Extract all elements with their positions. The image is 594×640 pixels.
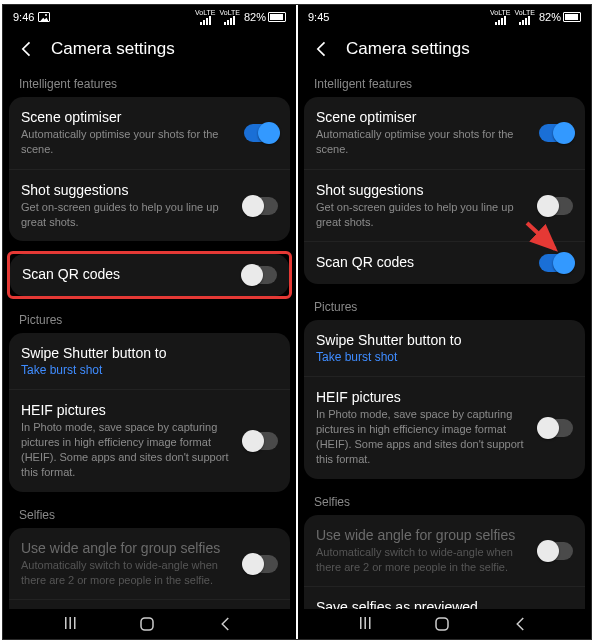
- signal-1: VoLTE: [195, 9, 216, 25]
- screen-left: 9:46 VoLTE VoLTE 82% Camera settings Int…: [3, 5, 296, 639]
- qr-title: Scan QR codes: [22, 266, 233, 282]
- page-header: Camera settings: [3, 29, 296, 71]
- scene-title: Scene optimiser: [21, 109, 234, 125]
- nav-home-icon[interactable]: [138, 615, 156, 633]
- battery: 82%: [244, 11, 286, 23]
- section-intelligent: Intelligent features: [304, 71, 585, 97]
- row-save-selfies[interactable]: Save selfies as previewed Save selfies a…: [304, 586, 585, 609]
- heif-title: HEIF pictures: [21, 402, 234, 418]
- swipe-title: Swipe Shutter button to: [316, 332, 573, 348]
- row-swipe-shutter[interactable]: Swipe Shutter button to Take burst shot: [304, 320, 585, 376]
- scene-desc: Automatically optimise your shots for th…: [316, 127, 529, 157]
- row-wide-angle: Use wide angle for group selfies Automat…: [304, 515, 585, 587]
- row-scan-qr[interactable]: Scan QR codes: [10, 254, 289, 296]
- toggle-heif[interactable]: [244, 432, 278, 450]
- save-title: Save selfies as previewed: [316, 599, 529, 609]
- row-scene-optimiser[interactable]: Scene optimiser Automatically optimise y…: [9, 97, 290, 169]
- scene-desc: Automatically optimise your shots for th…: [21, 127, 234, 157]
- nav-recents-icon[interactable]: III: [64, 615, 77, 633]
- shot-title: Shot suggestions: [21, 182, 234, 198]
- nav-bar: III: [3, 609, 296, 639]
- toggle-heif[interactable]: [539, 419, 573, 437]
- clock: 9:45: [308, 11, 329, 23]
- svg-rect-3: [436, 618, 448, 630]
- row-save-selfies[interactable]: Save selfies as previewed Save selfies a…: [9, 599, 290, 609]
- card-intelligent: Scene optimiser Automatically optimise y…: [304, 97, 585, 284]
- screen-right: 9:45 VoLTE VoLTE 82% Camera settings Int…: [298, 5, 591, 639]
- card-intelligent: Scene optimiser Automatically optimise y…: [9, 97, 290, 241]
- toggle-qr[interactable]: [539, 254, 573, 272]
- highlight-box: Scan QR codes: [7, 251, 292, 299]
- back-icon[interactable]: [312, 39, 332, 59]
- row-wide-angle: Use wide angle for group selfies Automat…: [9, 528, 290, 600]
- section-pictures: Pictures: [9, 307, 290, 333]
- swipe-sub: Take burst shot: [316, 350, 573, 364]
- nav-back-icon[interactable]: [512, 615, 530, 633]
- battery: 82%: [539, 11, 581, 23]
- shot-title: Shot suggestions: [316, 182, 529, 198]
- wide-title: Use wide angle for group selfies: [316, 527, 529, 543]
- swipe-title: Swipe Shutter button to: [21, 345, 278, 361]
- row-scene-optimiser[interactable]: Scene optimiser Automatically optimise y…: [304, 97, 585, 169]
- qr-title: Scan QR codes: [316, 254, 529, 270]
- toggle-qr[interactable]: [243, 266, 277, 284]
- toggle-scene[interactable]: [539, 124, 573, 142]
- screenshot-icon: [38, 12, 50, 22]
- section-pictures: Pictures: [304, 294, 585, 320]
- signal-2: VoLTE: [219, 9, 240, 25]
- page-title: Camera settings: [51, 39, 175, 59]
- toggle-wide: [539, 542, 573, 560]
- nav-home-icon[interactable]: [433, 615, 451, 633]
- section-intelligent: Intelligent features: [9, 71, 290, 97]
- swipe-sub: Take burst shot: [21, 363, 278, 377]
- status-bar: 9:46 VoLTE VoLTE 82%: [3, 5, 296, 29]
- heif-desc: In Photo mode, save space by capturing p…: [21, 420, 234, 479]
- shot-desc: Get on-screen guides to help you line up…: [21, 200, 234, 230]
- signal-1: VoLTE: [490, 9, 511, 25]
- toggle-wide: [244, 555, 278, 573]
- row-scan-qr[interactable]: Scan QR codes: [304, 241, 585, 284]
- card-selfies: Use wide angle for group selfies Automat…: [304, 515, 585, 609]
- row-shot-suggestions[interactable]: Shot suggestions Get on-screen guides to…: [9, 169, 290, 242]
- scene-title: Scene optimiser: [316, 109, 529, 125]
- heif-desc: In Photo mode, save space by capturing p…: [316, 407, 529, 466]
- wide-title: Use wide angle for group selfies: [21, 540, 234, 556]
- row-swipe-shutter[interactable]: Swipe Shutter button to Take burst shot: [9, 333, 290, 389]
- page-header: Camera settings: [298, 29, 591, 71]
- back-icon[interactable]: [17, 39, 37, 59]
- card-pictures: Swipe Shutter button to Take burst shot …: [9, 333, 290, 491]
- heif-title: HEIF pictures: [316, 389, 529, 405]
- svg-rect-0: [141, 618, 153, 630]
- row-heif[interactable]: HEIF pictures In Photo mode, save space …: [304, 376, 585, 478]
- section-selfies: Selfies: [304, 489, 585, 515]
- clock: 9:46: [13, 11, 34, 23]
- row-heif[interactable]: HEIF pictures In Photo mode, save space …: [9, 389, 290, 491]
- toggle-shot[interactable]: [244, 197, 278, 215]
- wide-desc: Automatically switch to wide-angle when …: [21, 558, 234, 588]
- toggle-shot[interactable]: [539, 197, 573, 215]
- section-selfies: Selfies: [9, 502, 290, 528]
- shot-desc: Get on-screen guides to help you line up…: [316, 200, 529, 230]
- status-bar: 9:45 VoLTE VoLTE 82%: [298, 5, 591, 29]
- signal-2: VoLTE: [514, 9, 535, 25]
- card-pictures: Swipe Shutter button to Take burst shot …: [304, 320, 585, 478]
- row-shot-suggestions[interactable]: Shot suggestions Get on-screen guides to…: [304, 169, 585, 242]
- nav-recents-icon[interactable]: III: [359, 615, 372, 633]
- page-title: Camera settings: [346, 39, 470, 59]
- card-selfies: Use wide angle for group selfies Automat…: [9, 528, 290, 609]
- nav-bar: III: [298, 609, 591, 639]
- nav-back-icon[interactable]: [217, 615, 235, 633]
- toggle-scene[interactable]: [244, 124, 278, 142]
- wide-desc: Automatically switch to wide-angle when …: [316, 545, 529, 575]
